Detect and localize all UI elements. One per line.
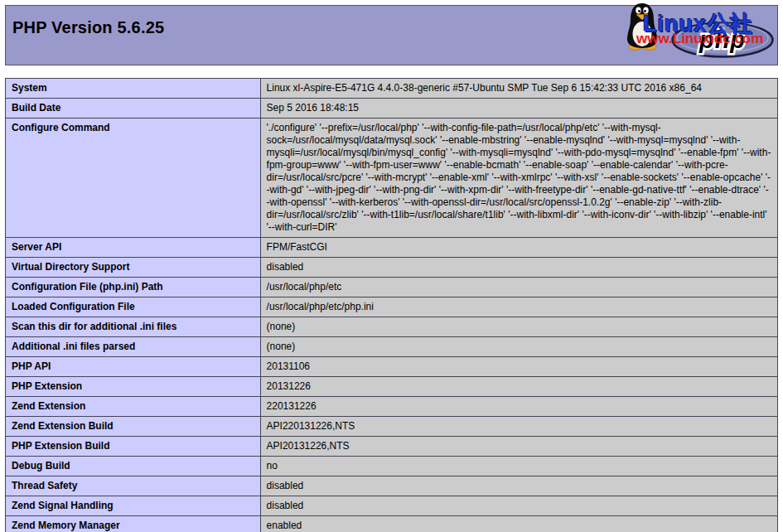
table-row: PHP Extension 20131226 xyxy=(6,377,778,397)
watermark-site-url: www.Linuxidc.com xyxy=(636,31,763,47)
page-header: PHP Version 5.6.25 php Linux公 xyxy=(5,5,778,65)
table-row: PHP API 20131106 xyxy=(6,357,778,377)
row-label: Scan this dir for additional .ini files xyxy=(6,317,261,337)
row-value: Sep 5 2016 18:48:15 xyxy=(260,99,777,118)
table-row: Build Date Sep 5 2016 18:48:15 xyxy=(6,99,778,118)
row-label: Zend Memory Manager xyxy=(6,516,261,532)
table-row: PHP Extension Build API20131226,NTS xyxy=(6,437,778,457)
table-row: Configure Command './configure' '--prefi… xyxy=(6,118,778,238)
row-label: Server API xyxy=(6,238,261,258)
info-table-body: System Linux xl-Aspire-E5-471G 4.4.0-38-… xyxy=(6,79,778,532)
row-label: PHP Extension xyxy=(6,377,261,397)
row-label: Virtual Directory Support xyxy=(6,258,261,278)
row-value: disabled xyxy=(260,476,777,496)
row-value: Linux xl-Aspire-E5-471G 4.4.0-38-generic… xyxy=(260,79,777,99)
row-value: no xyxy=(260,457,777,476)
row-value: enabled xyxy=(260,516,777,532)
row-value: /usr/local/php/etc/php.ini xyxy=(260,297,777,317)
row-value: 20131226 xyxy=(260,377,777,397)
row-label: Build Date xyxy=(6,99,261,118)
row-value: API220131226,NTS xyxy=(260,417,777,437)
row-label: Zend Signal Handling xyxy=(6,496,261,516)
row-value: 220131226 xyxy=(260,397,777,417)
table-row: Zend Signal Handling disabled xyxy=(6,496,778,516)
table-row: Loaded Configuration File /usr/local/php… xyxy=(6,297,778,317)
table-row: Zend Extension Build API220131226,NTS xyxy=(6,417,778,437)
phpinfo-page: PHP Version 5.6.25 php Linux公 xyxy=(5,5,778,532)
row-label: PHP API xyxy=(6,357,261,377)
row-label: Debug Build xyxy=(6,457,261,476)
table-row: Debug Build no xyxy=(6,457,778,476)
table-row: Configuration File (php.ini) Path /usr/l… xyxy=(6,278,778,297)
row-label: Loaded Configuration File xyxy=(6,297,261,317)
row-label: System xyxy=(6,79,261,99)
row-value: FPM/FastCGI xyxy=(260,238,777,258)
php-info-table: System Linux xl-Aspire-E5-471G 4.4.0-38-… xyxy=(5,78,778,532)
row-value: disabled xyxy=(260,258,777,278)
row-label: Additional .ini files parsed xyxy=(6,337,261,357)
row-value: API20131226,NTS xyxy=(260,437,777,457)
row-value: disabled xyxy=(260,496,777,516)
table-row: Virtual Directory Support disabled xyxy=(6,258,778,278)
row-value: './configure' '--prefix=/usr/local/php' … xyxy=(260,118,777,238)
table-row: Zend Extension 220131226 xyxy=(6,397,778,417)
table-row: Thread Safety disabled xyxy=(6,476,778,496)
table-row: Scan this dir for additional .ini files … xyxy=(6,317,778,337)
row-label: Thread Safety xyxy=(6,476,261,496)
logo-area: php Linux公社 www.Linuxidc.com xyxy=(608,2,776,62)
table-row: Additional .ini files parsed (none) xyxy=(6,337,778,357)
row-value: (none) xyxy=(260,337,777,357)
row-value: (none) xyxy=(260,317,777,337)
row-label: Configure Command xyxy=(6,118,261,238)
row-label: Zend Extension Build xyxy=(6,417,261,437)
row-value: /usr/local/php/etc xyxy=(260,278,777,297)
table-row: Zend Memory Manager enabled xyxy=(6,516,778,532)
row-label: Zend Extension xyxy=(6,397,261,417)
table-row: System Linux xl-Aspire-E5-471G 4.4.0-38-… xyxy=(6,79,778,99)
row-label: PHP Extension Build xyxy=(6,437,261,457)
row-value: 20131106 xyxy=(260,357,777,377)
row-label: Configuration File (php.ini) Path xyxy=(6,278,261,297)
table-row: Server API FPM/FastCGI xyxy=(6,238,778,258)
